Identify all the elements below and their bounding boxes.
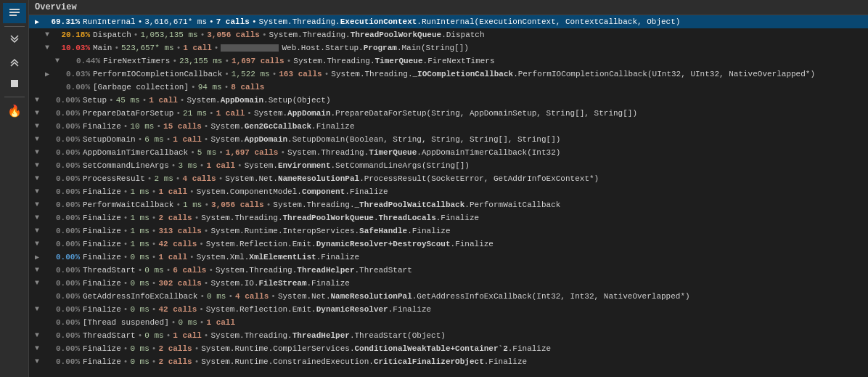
- table-row[interactable]: ▼ 0.00% AppDomainTimerCallback • 5 ms • …: [29, 146, 868, 159]
- row-expander[interactable]: ▼: [32, 174, 42, 182]
- call-count: 1 call: [206, 161, 235, 170]
- row-expander[interactable]: ▶: [32, 17, 42, 26]
- call-tree[interactable]: ▶ 69.31% RunInternal • 3,616,671* ms • 7…: [29, 15, 868, 377]
- row-expander[interactable]: ▼: [32, 305, 42, 313]
- table-row[interactable]: ▶ 0.00% GetAddressInfoExCallback • 0 ms …: [29, 290, 868, 303]
- row-expander[interactable]: ▼: [42, 44, 52, 52]
- call-count: 42 calls: [158, 240, 197, 248]
- bullet: •: [123, 357, 128, 366]
- time-value: 23,155 ms: [179, 57, 222, 65]
- bullet2: •: [209, 109, 214, 118]
- bullet: •: [134, 31, 139, 39]
- table-row[interactable]: ▼ 0.00% PrepareDataForSetup • 21 ms • 1 …: [29, 107, 868, 120]
- table-row[interactable]: ▼ 0.00% Finalize • 1 ms • 2 calls • Syst…: [29, 211, 868, 224]
- table-row[interactable]: ▼ 0.00% Finalize • 0 ms • 302 calls • Sy…: [29, 277, 868, 290]
- row-expander[interactable]: ▶: [42, 70, 52, 78]
- table-row[interactable]: ▶ 0.00% Finalize • 0 ms • 1 call • Syste…: [29, 251, 868, 264]
- table-row[interactable]: ▼ 0.00% Finalize • 10 ms • 15 calls • Sy…: [29, 120, 868, 133]
- bullet2: •: [200, 318, 205, 327]
- table-row[interactable]: ▼ 0.00% SetCommandLineArgs • 3 ms • 1 ca…: [29, 159, 868, 172]
- table-row[interactable]: ▼ 10.03% Main • 523,657* ms • 1 call • W…: [29, 41, 868, 54]
- table-row[interactable]: ▼ 0.00% Finalize • 0 ms • 2 calls • Syst…: [29, 355, 868, 368]
- bullet2: •: [228, 292, 233, 301]
- call-count: 7 calls: [216, 17, 250, 26]
- row-expander[interactable]: ▼: [52, 57, 62, 65]
- table-row[interactable]: ▼ 0.00% Finalize • 0 ms • 42 calls • Sys…: [29, 303, 868, 316]
- table-row[interactable]: ▼ 20.18% Dispatch • 1,053,135 ms • 3,056…: [29, 28, 868, 41]
- table-row[interactable]: ▼ 0.00% ProcessResult • 2 ms • 4 calls •…: [29, 172, 868, 185]
- all-calls-tab[interactable]: [3, 3, 26, 23]
- row-expander[interactable]: ▼: [32, 227, 42, 235]
- table-row[interactable]: ▼ 0.00% Finalize • 1 ms • 1 call • Syste…: [29, 185, 868, 198]
- table-row[interactable]: ▼ 0.00% SetupDomain • 6 ms • 1 call • Sy…: [29, 133, 868, 146]
- func-name: Finalize: [83, 357, 121, 366]
- bullet: •: [224, 70, 229, 78]
- table-row[interactable]: ▶ 0.00% [Thread suspended] • 0 ms • 1 ca…: [29, 316, 868, 329]
- row-expander[interactable]: ▼: [32, 135, 42, 143]
- bullet: •: [123, 240, 128, 248]
- time-value: 523,657* ms: [121, 44, 174, 52]
- table-row[interactable]: ▼ 0.00% PerformWaitCallback • 1 ms • 3,0…: [29, 198, 868, 211]
- stop-button[interactable]: [3, 73, 26, 94]
- pct-value: 0.00%: [42, 240, 80, 248]
- pct-value: 0.00%: [42, 305, 80, 314]
- row-expander[interactable]: ▼: [32, 96, 42, 104]
- func-name: Finalize: [83, 187, 121, 196]
- bullet: •: [114, 44, 119, 52]
- table-row[interactable]: ▶ 69.31% RunInternal • 3,616,671* ms • 7…: [29, 15, 868, 28]
- table-row[interactable]: ▼ 0.00% Finalize • 1 ms • 42 calls • Sys…: [29, 238, 868, 251]
- bullet3: •: [204, 279, 209, 288]
- table-row[interactable]: ▼ 0.00% ThreadStart • 0 ms • 1 call • Sy…: [29, 329, 868, 342]
- row-expander[interactable]: ▼: [32, 161, 42, 169]
- collapse-all-button[interactable]: [3, 52, 26, 72]
- pct-value: 10.03%: [52, 44, 90, 52]
- bullet2: •: [166, 135, 171, 144]
- time-value: 5 ms: [197, 148, 216, 157]
- row-expander[interactable]: ▶: [32, 253, 42, 262]
- call-count: 3,056 calls: [211, 200, 264, 209]
- pct-value: 69.31%: [42, 17, 80, 26]
- row-expander[interactable]: ▼: [32, 122, 42, 130]
- row-expander[interactable]: ▼: [32, 214, 42, 222]
- row-expander: ▶: [42, 83, 52, 92]
- full-name: System.AppDomain.Setup(Object): [187, 96, 330, 105]
- row-expander[interactable]: ▼: [32, 266, 42, 274]
- bullet3: •: [208, 266, 213, 275]
- pct-value: 0.00%: [42, 161, 80, 170]
- bullet3: •: [204, 227, 209, 235]
- left-toolbar: 🔥: [0, 0, 29, 377]
- bullet3: •: [218, 174, 224, 183]
- row-expander[interactable]: ▼: [32, 240, 42, 248]
- table-row[interactable]: ▶ 0.03% PerformIOCompletionCallback • 1,…: [29, 68, 868, 81]
- table-row[interactable]: ▼ 0.00% Setup • 45 ms • 1 call • System.…: [29, 94, 868, 107]
- call-count: 1 call: [183, 44, 212, 52]
- flame-button[interactable]: 🔥: [3, 100, 26, 121]
- table-row[interactable]: ▼ 0.00% Finalize • 1 ms • 313 calls • Sy…: [29, 224, 868, 238]
- full-name: System.Reflection.Emit.DynamicResolver+D…: [206, 240, 494, 248]
- row-expander[interactable]: ▼: [32, 331, 42, 339]
- bullet3: •: [287, 57, 292, 65]
- row-expander[interactable]: ▼: [32, 148, 42, 156]
- full-name: System.Threading.TimerQueue.FireNextTime…: [293, 57, 494, 65]
- row-expander[interactable]: ▼: [32, 357, 42, 365]
- expand-all-button[interactable]: [3, 30, 26, 50]
- bullet: •: [123, 279, 128, 288]
- row-expander[interactable]: ▼: [32, 187, 42, 195]
- svg-rect-3: [11, 80, 18, 87]
- bullet3: •: [247, 109, 252, 118]
- full-name: System.IO.FileStream.Finalize: [210, 279, 349, 288]
- pct-value: 0.00%: [42, 227, 80, 235]
- row-expander[interactable]: ▼: [32, 344, 42, 352]
- row-expander[interactable]: ▼: [32, 279, 42, 287]
- table-row[interactable]: ▼ 0.44% FireNextTimers • 23,155 ms • 1,6…: [29, 54, 868, 68]
- row-expander[interactable]: ▼: [32, 109, 42, 117]
- call-count: 2 calls: [158, 344, 192, 353]
- row-expander[interactable]: ▼: [42, 31, 52, 38]
- row-expander[interactable]: ▼: [32, 200, 42, 208]
- table-row[interactable]: ▼ 0.00% Finalize • 0 ms • 2 calls • Syst…: [29, 342, 868, 355]
- svg-rect-1: [9, 12, 20, 13]
- bullet2: •: [224, 83, 229, 92]
- func-name: Finalize: [83, 253, 121, 262]
- table-row[interactable]: ▶ 0.00% [Garbage collection] • 94 ms • 8…: [29, 81, 868, 94]
- table-row[interactable]: ▼ 0.00% ThreadStart • 0 ms • 6 calls • S…: [29, 264, 868, 277]
